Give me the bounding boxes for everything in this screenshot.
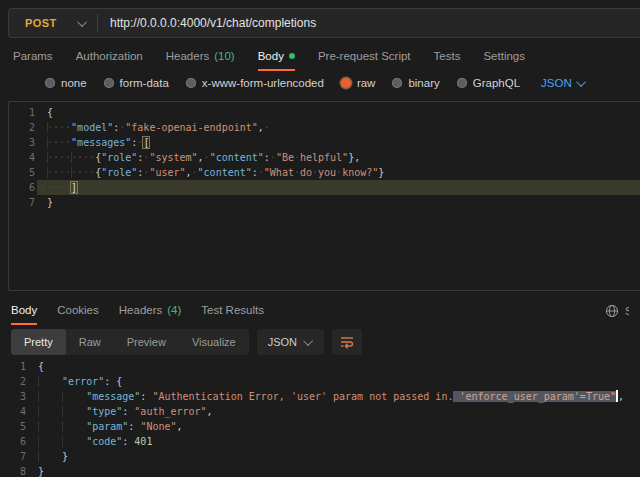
- line-number: 1: [9, 105, 37, 120]
- code-line-content: ····"messages":·[: [37, 135, 640, 150]
- code-token: :: [122, 436, 134, 447]
- response-toolbar: Pretty Raw Preview Visualize JSON: [11, 329, 640, 355]
- line-number: 7: [9, 195, 37, 210]
- mode-label: x-www-form-urlencoded: [202, 77, 324, 89]
- view-raw-button[interactable]: Raw: [66, 329, 114, 355]
- code-line-content: ····]: [37, 180, 640, 195]
- mode-none[interactable]: none: [45, 77, 87, 89]
- code-token: [: [143, 137, 149, 148]
- code-token: ········: [47, 152, 95, 163]
- tab-params[interactable]: Params: [13, 43, 53, 71]
- code-token: 401: [134, 436, 152, 447]
- globe-icon[interactable]: [605, 304, 619, 318]
- headers-count-badge: (10): [214, 50, 234, 62]
- line-number: 2: [9, 120, 37, 135]
- tab-pre-request-script[interactable]: Pre-request Script: [318, 43, 411, 71]
- code-token: [38, 391, 86, 402]
- code-token: ····: [47, 137, 71, 148]
- response-tab-test-results[interactable]: Test Results: [201, 297, 264, 325]
- code-token: }: [38, 466, 44, 477]
- code-token: "Be: [276, 152, 294, 163]
- line-number: 6: [9, 180, 37, 195]
- tab-body[interactable]: Body: [258, 43, 295, 71]
- code-token: :: [122, 406, 134, 417]
- code-line: 3····"messages":·[: [9, 135, 640, 150]
- clipped-status-text: S: [625, 305, 629, 317]
- code-token: ····: [47, 122, 71, 133]
- tab-authorization[interactable]: Authorization: [76, 43, 143, 71]
- wrap-text-button[interactable]: [332, 329, 362, 355]
- code-line: 2····"model":·"fake-openai-endpoint",·: [9, 120, 640, 135]
- raw-format-dropdown[interactable]: JSON: [541, 77, 586, 89]
- line-number: 2: [0, 374, 28, 389]
- code-line: 6 "code": 401: [0, 434, 640, 449]
- code-line-content: }: [28, 449, 640, 464]
- code-token: "None": [140, 421, 176, 432]
- response-tabs: Body Cookies Headers (4) Test Results S: [0, 297, 640, 325]
- mode-label: none: [61, 77, 87, 89]
- tab-label: Cookies: [57, 304, 99, 316]
- headers-count-badge: (4): [167, 304, 181, 316]
- view-preview-button[interactable]: Preview: [114, 329, 179, 355]
- raw-format-label: JSON: [541, 77, 572, 89]
- view-pretty-button[interactable]: Pretty: [11, 329, 66, 355]
- code-token: ,: [177, 421, 183, 432]
- mode-x-www-form-urlencoded[interactable]: x-www-form-urlencoded: [186, 77, 324, 89]
- code-token: you: [318, 167, 336, 178]
- view-visualize-button[interactable]: Visualize: [179, 329, 249, 355]
- url-input[interactable]: http://0.0.0.0:4000/v1/chat/completions: [98, 16, 640, 30]
- code-line: 6····]: [9, 180, 640, 195]
- tab-tests[interactable]: Tests: [434, 43, 461, 71]
- tab-label: Settings: [483, 50, 525, 62]
- tab-label: Params: [13, 50, 53, 62]
- code-line: 7}: [9, 195, 640, 210]
- mode-binary[interactable]: binary: [392, 77, 439, 89]
- mode-raw[interactable]: raw: [341, 77, 376, 89]
- code-token: [38, 436, 86, 447]
- line-number: 5: [0, 419, 28, 434]
- tab-label: Tests: [434, 50, 461, 62]
- response-tab-cookies[interactable]: Cookies: [57, 297, 99, 325]
- chevron-down-icon: [303, 336, 313, 346]
- tab-settings[interactable]: Settings: [483, 43, 525, 71]
- line-number: 3: [0, 389, 28, 404]
- code-token: }: [378, 167, 384, 178]
- mode-label: form-data: [120, 77, 169, 89]
- response-tab-headers[interactable]: Headers (4): [119, 297, 182, 325]
- code-token: "error": [62, 376, 104, 387]
- response-format-dropdown[interactable]: JSON: [257, 329, 324, 355]
- radio-selected-icon: [341, 78, 351, 88]
- code-line-content: {: [28, 359, 640, 374]
- code-token: }: [47, 197, 53, 208]
- code-token: "system": [149, 152, 197, 163]
- code-line: 4········{"role":·"system",·"content":·"…: [9, 150, 640, 165]
- code-line-content: {: [37, 105, 640, 120]
- code-token: know?": [342, 167, 378, 178]
- mode-form-data[interactable]: form-data: [104, 77, 169, 89]
- code-token: "fake-openai-endpoint": [125, 122, 257, 133]
- code-line-content: "message": "Authentication Error, 'user'…: [28, 389, 640, 404]
- code-token: ,: [207, 406, 213, 417]
- response-body-editor[interactable]: 1{2 "error": {3 "message": "Authenticati…: [0, 359, 640, 477]
- code-line-content: "code": 401: [28, 434, 640, 449]
- response-view-switch: Pretty Raw Preview Visualize: [11, 329, 249, 355]
- tab-label: Test Results: [201, 304, 264, 316]
- line-number: 3: [9, 135, 37, 150]
- code-token: :: [140, 391, 152, 402]
- line-number: 7: [0, 449, 28, 464]
- chevron-down-icon: [77, 17, 87, 27]
- mode-graphql[interactable]: GraphQL: [457, 77, 520, 89]
- code-token: : {: [104, 376, 122, 387]
- method-dropdown[interactable]: POST: [9, 9, 97, 37]
- tab-headers[interactable]: Headers (10): [166, 43, 235, 71]
- code-token: "role": [101, 167, 137, 178]
- tab-label: Authorization: [76, 50, 143, 62]
- code-token: "content": [198, 167, 252, 178]
- chevron-down-icon: [576, 77, 586, 87]
- tab-label: Body: [11, 304, 37, 316]
- request-body-editor[interactable]: 1{2····"model":·"fake-openai-endpoint",·…: [8, 101, 640, 291]
- code-token: [38, 376, 62, 387]
- code-line: 1{: [0, 359, 640, 374]
- response-tab-body[interactable]: Body: [11, 297, 37, 325]
- code-line-content: }: [37, 195, 640, 210]
